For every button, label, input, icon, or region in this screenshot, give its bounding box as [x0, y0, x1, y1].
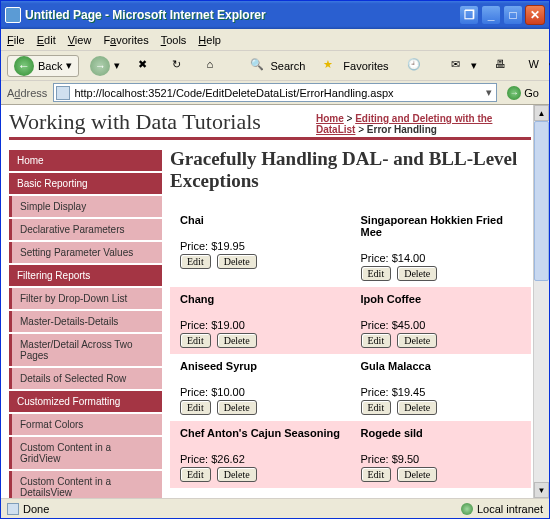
product-item: Ipoh CoffeePrice: $45.00EditDelete — [351, 287, 532, 354]
refresh-button[interactable]: ↻ — [165, 55, 195, 77]
page-icon — [7, 503, 19, 515]
toolbar: ← Back ▾ → ▾ ✖ ↻ ⌂ 🔍Search ★Favorites 🕘 … — [1, 51, 549, 81]
edit-button[interactable]: Edit — [361, 333, 392, 348]
menu-edit[interactable]: Edit — [37, 34, 56, 46]
product-name: Rogede sild — [361, 427, 522, 439]
delete-button[interactable]: Delete — [217, 333, 257, 348]
sidebar-item[interactable]: Custom Content in a DetailsView — [9, 471, 162, 498]
product-price: Price: $45.00 — [361, 319, 522, 331]
window-title: Untitled Page - Microsoft Internet Explo… — [21, 8, 457, 22]
history-button[interactable]: 🕘 — [400, 55, 430, 77]
product-name: Chai — [180, 214, 341, 226]
go-button[interactable]: → Go — [503, 83, 543, 102]
product-item: Gula MalaccaPrice: $19.45EditDelete — [351, 354, 532, 421]
site-title: Working with Data Tutorials — [9, 109, 261, 135]
scroll-thumb[interactable] — [534, 121, 549, 281]
menu-favorites[interactable]: Favorites — [103, 34, 148, 46]
delete-button[interactable]: Delete — [217, 254, 257, 269]
product-price: Price: $19.95 — [180, 240, 341, 252]
dropdown-icon: ▾ — [66, 59, 72, 72]
mail-button[interactable]: ✉▾ — [444, 55, 484, 77]
maximize-button[interactable]: □ — [503, 5, 523, 25]
product-price: Price: $19.45 — [361, 386, 522, 398]
sidebar-item[interactable]: Filter by Drop-Down List — [9, 288, 162, 309]
menu-file[interactable]: File — [7, 34, 25, 46]
sidebar-item[interactable]: Master/Detail Across Two Pages — [9, 334, 162, 366]
edit-button[interactable]: Edit — [180, 400, 211, 415]
delete-button[interactable]: Delete — [397, 333, 437, 348]
address-bar: Address http://localhost:3521/Code/EditD… — [1, 81, 549, 105]
sidebar-item[interactable]: Custom Content in a GridView — [9, 437, 162, 469]
favorites-button[interactable]: ★Favorites — [316, 55, 395, 77]
print-button[interactable]: 🖶 — [488, 55, 518, 77]
sidebar-category[interactable]: Basic Reporting — [9, 173, 162, 194]
close-button[interactable]: ✕ — [525, 5, 545, 25]
product-name: Singaporean Hokkien Fried Mee — [361, 214, 522, 238]
delete-button[interactable]: Delete — [217, 467, 257, 482]
edit-icon: W — [529, 58, 545, 74]
delete-button[interactable]: Delete — [397, 400, 437, 415]
sidebar: HomeBasic ReportingSimple DisplayDeclara… — [9, 148, 162, 491]
sidebar-category[interactable]: Home — [9, 150, 162, 171]
status-left: Done — [7, 503, 49, 515]
content-area: Working with Data Tutorials Home > Editi… — [1, 105, 549, 498]
zone-icon — [461, 503, 473, 515]
menu-help[interactable]: Help — [198, 34, 221, 46]
mail-icon: ✉ — [451, 58, 467, 74]
zone-text: Local intranet — [477, 503, 543, 515]
menu-tools[interactable]: Tools — [161, 34, 187, 46]
sidebar-item[interactable]: Simple Display — [9, 196, 162, 217]
search-label: Search — [270, 60, 305, 72]
product-price: Price: $26.62 — [180, 453, 341, 465]
delete-button[interactable]: Delete — [397, 467, 437, 482]
home-button[interactable]: ⌂ — [199, 55, 229, 77]
edit-button[interactable]: Edit — [361, 467, 392, 482]
statusbar: Done Local intranet — [1, 498, 549, 518]
product-price: Price: $10.00 — [180, 386, 341, 398]
product-item: Chef Anton's Cajun SeasoningPrice: $26.6… — [170, 421, 351, 488]
back-button[interactable]: ← Back ▾ — [7, 55, 79, 77]
product-price: Price: $19.00 — [180, 319, 341, 331]
scroll-down-icon[interactable]: ▼ — [534, 482, 549, 498]
sidebar-item[interactable]: Format Colors — [9, 414, 162, 435]
address-input[interactable]: http://localhost:3521/Code/EditDeleteDat… — [53, 83, 497, 102]
sidebar-item[interactable]: Details of Selected Row — [9, 368, 162, 389]
edit-button[interactable]: Edit — [361, 400, 392, 415]
delete-button[interactable]: Delete — [397, 266, 437, 281]
sidebar-category[interactable]: Customized Formatting — [9, 391, 162, 412]
main-layout: HomeBasic ReportingSimple DisplayDeclara… — [9, 148, 531, 491]
go-label: Go — [524, 87, 539, 99]
titlebar[interactable]: Untitled Page - Microsoft Internet Explo… — [1, 1, 549, 29]
delete-button[interactable]: Delete — [217, 400, 257, 415]
product-item: ChaiPrice: $19.95EditDelete — [170, 208, 351, 287]
search-icon: 🔍 — [250, 58, 266, 74]
address-label: Address — [7, 87, 47, 99]
vertical-scrollbar[interactable]: ▲ ▼ — [533, 105, 549, 498]
status-text: Done — [23, 503, 49, 515]
link-button[interactable]: ❐ — [459, 5, 479, 25]
article-heading: Gracefully Handling DAL- and BLL-Level E… — [170, 148, 531, 192]
forward-button[interactable]: → ▾ — [83, 55, 127, 77]
scroll-track[interactable] — [534, 121, 549, 482]
dropdown-icon[interactable]: ▾ — [484, 86, 494, 99]
search-button[interactable]: 🔍Search — [243, 55, 312, 77]
product-item: Aniseed SyrupPrice: $10.00EditDelete — [170, 354, 351, 421]
minimize-button[interactable]: _ — [481, 5, 501, 25]
edit-button[interactable]: W▾ — [522, 55, 550, 77]
page-icon — [56, 86, 70, 100]
menu-view[interactable]: View — [68, 34, 92, 46]
edit-button[interactable]: Edit — [361, 266, 392, 281]
stop-button[interactable]: ✖ — [131, 55, 161, 77]
edit-button[interactable]: Edit — [180, 467, 211, 482]
product-name: Ipoh Coffee — [361, 293, 522, 305]
sidebar-item[interactable]: Setting Parameter Values — [9, 242, 162, 263]
product-price: Price: $14.00 — [361, 252, 522, 264]
star-icon: ★ — [323, 58, 339, 74]
edit-button[interactable]: Edit — [180, 254, 211, 269]
edit-button[interactable]: Edit — [180, 333, 211, 348]
breadcrumb-home[interactable]: Home — [316, 113, 344, 124]
scroll-up-icon[interactable]: ▲ — [534, 105, 549, 121]
sidebar-item[interactable]: Master-Details-Details — [9, 311, 162, 332]
sidebar-category[interactable]: Filtering Reports — [9, 265, 162, 286]
sidebar-item[interactable]: Declarative Parameters — [9, 219, 162, 240]
